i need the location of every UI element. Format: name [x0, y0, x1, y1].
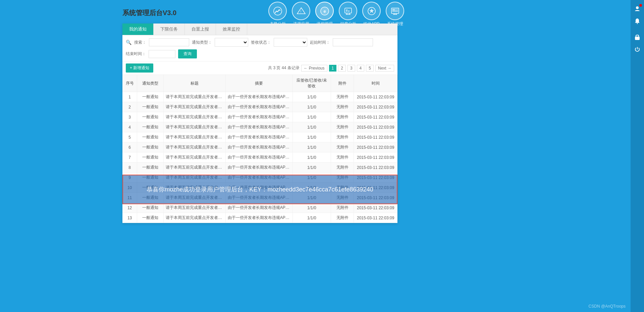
mobile-icon	[362, 2, 381, 20]
table-row[interactable]: 7 一般通知 请于本周五前完成重点开发者信息的完善 由于一些开发者长期发布违规A…	[122, 152, 397, 163]
app-title: 系统管理后台V3.0	[122, 8, 176, 17]
cell-sign: 1/1/0	[292, 92, 331, 102]
cell-sign: 1/1/0	[292, 112, 331, 122]
cell-title: 请于本周五前完成重点开发者信息的完善	[163, 102, 225, 112]
power-icon[interactable]	[632, 44, 643, 55]
deep-icon	[339, 2, 357, 20]
col-sign: 应签收/已签收/未签收	[292, 75, 331, 92]
start-time-input[interactable]	[333, 38, 373, 46]
svg-rect-11	[392, 11, 398, 11]
cell-seq: 1	[122, 92, 137, 102]
cell-time: 2015-03-11 22:03:09	[354, 112, 397, 122]
pagination-bar: + 新增通知 共 3 页 44 条记录 ← Previous 1 2 3 4 5…	[122, 61, 397, 75]
cell-title: 请于本周五前完成重点开发者信息的完善	[163, 122, 225, 132]
notice-type-label: 通知类型：	[192, 40, 212, 45]
page-3-button[interactable]: 3	[347, 65, 355, 72]
page-2-button[interactable]: 2	[338, 65, 346, 72]
table-row[interactable]: 8 一般通知 请于本周五前完成重点开发者信息的完善 由于一些开发者长期发布违规A…	[122, 163, 397, 173]
cell-type: 一般通知	[137, 152, 164, 163]
cell-attachment: 无附件	[331, 203, 354, 213]
search-input[interactable]	[149, 38, 189, 46]
cell-time: 2015-03-11 22:03:09	[354, 122, 397, 132]
cell-time: 2015-03-11 22:03:09	[354, 102, 397, 112]
search-icon: 🔍	[126, 40, 131, 45]
cell-sign: 1/1/0	[292, 122, 331, 132]
notice-type-select[interactable]	[215, 38, 248, 47]
cell-title: 请于本周五前完成重点开发者信息的完善	[163, 92, 225, 102]
cell-summary: 由于一些开发者长期发布违规APP，请市场协助...	[225, 213, 292, 223]
cell-summary: 由于一些开发者长期发布违规APP，请市场协助...	[225, 122, 292, 132]
svg-text:!: !	[300, 10, 301, 14]
nav-violation[interactable]: ! 违规应用	[292, 2, 310, 27]
search-label: 搜索：	[134, 40, 146, 45]
cell-seq: 13	[122, 213, 137, 223]
page-4-button[interactable]: 4	[357, 65, 365, 72]
cell-type: 一般通知	[137, 92, 164, 102]
cell-seq: 7	[122, 152, 137, 163]
cell-title: 请于本周五前完成重点开发者信息的完善	[163, 213, 225, 223]
cell-type: 一般通知	[137, 132, 164, 142]
search-bar: 🔍 搜索： 通知类型： 签收状态： 起始时间： 结束时间： 查询	[122, 35, 397, 61]
svg-rect-6	[348, 10, 350, 12]
cell-sign: 1/1/0	[292, 163, 331, 173]
lock-icon[interactable]	[632, 32, 643, 42]
table-row[interactable]: 2 一般通知 请于本周五前完成重点开发者信息的完善 由于一些开发者长期发布违规A…	[122, 102, 397, 112]
table-row[interactable]: 6 一般通知 请于本周五前完成重点开发者信息的完善 由于一些开发者长期发布违规A…	[122, 142, 397, 152]
table-row[interactable]: 3 一般通知 请于本周五前完成重点开发者信息的完善 由于一些开发者长期发布违规A…	[122, 112, 397, 122]
cell-sign: 1/1/0	[292, 102, 331, 112]
table-header-row: 序号 通知类型 标题 摘要 应签收/已签收/未签收 附件 时间	[122, 75, 397, 92]
cell-seq: 3	[122, 112, 137, 122]
table-row[interactable]: 1 一般通知 请于本周五前完成重点开发者信息的完善 由于一些开发者长期发布违规A…	[122, 92, 397, 102]
cell-time: 2015-03-11 22:03:09	[354, 132, 397, 142]
col-summary: 摘要	[225, 75, 292, 92]
col-type: 通知类型	[137, 75, 164, 92]
page-5-button[interactable]: 5	[366, 65, 374, 72]
tab-next[interactable]: 下限任务	[154, 24, 185, 35]
cell-sign: 1/1/0	[292, 152, 331, 163]
cell-summary: 由于一些开发者长期发布违规APP，请市场协助...	[225, 102, 292, 112]
svg-rect-5	[346, 9, 347, 12]
user-icon[interactable]	[632, 3, 643, 14]
col-time: 时间	[354, 75, 397, 92]
search-button[interactable]: 查询	[178, 49, 197, 58]
nav-process[interactable]: e 流程管理	[315, 2, 334, 27]
cell-summary: 由于一些开发者长期发布违规APP，请市场协助...	[225, 203, 292, 213]
cell-title: 请于本周五前完成重点开发者信息的完善	[163, 112, 225, 122]
tabs-bar: 我的通知 下限任务 自置上报 效果监控	[122, 24, 397, 35]
cell-seq: 5	[122, 132, 137, 142]
tab-effect[interactable]: 效果监控	[216, 24, 247, 35]
cell-type: 一般通知	[137, 122, 164, 132]
cell-time: 2015-03-11 22:03:09	[354, 152, 397, 163]
cell-title: 请于本周五前完成重点开发者信息的完善	[163, 142, 225, 152]
system-icon	[386, 2, 404, 20]
table-row[interactable]: 5 一般通知 请于本周五前完成重点开发者信息的完善 由于一些开发者长期发布违规A…	[122, 132, 397, 142]
cell-attachment: 无附件	[331, 132, 354, 142]
tab-report[interactable]: 自置上报	[185, 24, 216, 35]
nav-trend[interactable]: 态势分析	[268, 2, 287, 27]
nav-mobile[interactable]: 移动APP	[362, 2, 381, 27]
cell-summary: 由于一些开发者长期发布违规APP，请市场协助...	[225, 112, 292, 122]
cell-title: 请于本周五前完成重点开发者信息的完善	[163, 132, 225, 142]
add-notice-button[interactable]: + 新增通知	[126, 63, 153, 73]
success-message-box: 恭喜你mozhe成功登录用户管理后台，KEY：mozheedd3ec7e46cc…	[122, 175, 397, 204]
prev-page-button[interactable]: ← Previous	[301, 65, 327, 72]
page-1-button[interactable]: 1	[329, 65, 337, 72]
cell-type: 一般通知	[137, 163, 164, 173]
nav-deep[interactable]: 深度分析	[339, 2, 357, 27]
cell-type: 一般通知	[137, 112, 164, 122]
cell-attachment: 无附件	[331, 102, 354, 112]
bell-icon[interactable]	[632, 16, 643, 27]
table-row[interactable]: 12 一般通知 请于本周五前完成重点开发者信息的完善 由于一些开发者长期发布违规…	[122, 203, 397, 213]
nav-system[interactable]: 系统管理	[386, 2, 404, 27]
cell-time: 2015-03-11 22:03:09	[354, 92, 397, 102]
next-page-button[interactable]: Next →	[375, 65, 394, 72]
cell-type: 一般通知	[137, 213, 164, 223]
cell-summary: 由于一些开发者长期发布违规APP，请市场协助...	[225, 142, 292, 152]
end-time-input[interactable]	[149, 50, 175, 58]
table-row[interactable]: 4 一般通知 请于本周五前完成重点开发者信息的完善 由于一些开发者长期发布违规A…	[122, 122, 397, 132]
svg-point-0	[274, 7, 282, 15]
sign-status-label: 签收状态：	[251, 40, 271, 45]
table-row[interactable]: 13 一般通知 请于本周五前完成重点开发者信息的完善 由于一些开发者长期发布违规…	[122, 213, 397, 223]
sign-status-select[interactable]	[274, 38, 307, 47]
tab-notice[interactable]: 我的通知	[122, 24, 154, 35]
